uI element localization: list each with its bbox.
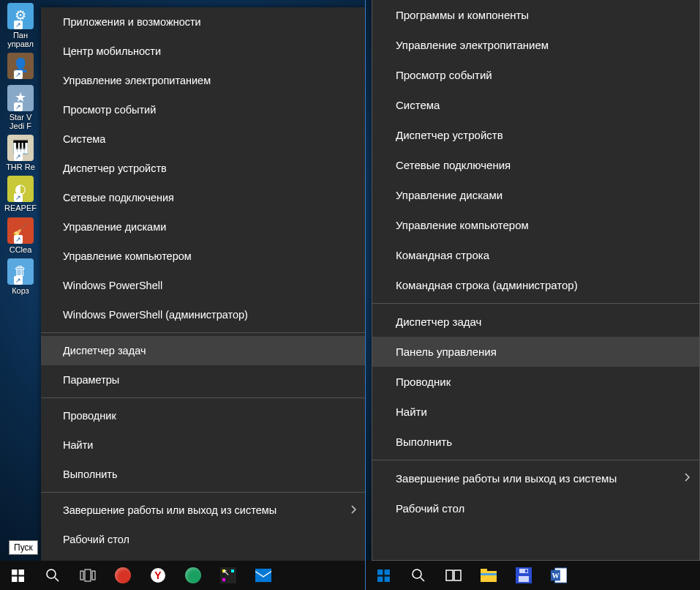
menu-item-run[interactable]: Выполнить xyxy=(41,460,366,489)
menu-item-taskmgr[interactable]: Диспетчер задач xyxy=(372,307,699,337)
search-icon xyxy=(45,567,61,583)
menu-item-taskmgr[interactable]: Диспетчер задач xyxy=(41,336,366,365)
menu-item-cmd[interactable]: Командная строка xyxy=(372,240,699,270)
menu-item-net-conn[interactable]: Сетевые подключения xyxy=(372,150,699,180)
taskbar-right: W xyxy=(366,561,700,590)
menu-item-mobility[interactable]: Центр мобильности xyxy=(41,37,366,66)
desktop-icon-glyph: 🎹 xyxy=(7,135,34,161)
menu-item-run[interactable]: Выполнить xyxy=(372,427,699,457)
opera-icon xyxy=(115,567,131,583)
desktop-icon[interactable]: ⚙Пануправл xyxy=(1,1,40,50)
svg-rect-12 xyxy=(377,570,383,575)
menu-item-comp-mgmt[interactable]: Управление компьютером xyxy=(41,242,366,271)
menu-item-label: Система xyxy=(396,99,440,111)
desktop-icon-glyph: ◐ xyxy=(7,176,34,202)
desktop-icons-column: ⚙Пануправл👤★Star VJedi F🎹THR Re◐REAPEF🧹C… xyxy=(0,0,41,296)
start-icon xyxy=(375,567,391,583)
taskbar-taskview-button[interactable] xyxy=(70,561,105,590)
menu-item-system[interactable]: Система xyxy=(372,90,699,120)
taskbar-app1-button[interactable]: ↖ xyxy=(211,561,246,590)
menu-item-label: Рабочий стол xyxy=(396,502,464,515)
menu-item-device-mgr[interactable]: Диспетчер устройств xyxy=(372,120,699,150)
menu-item-ctrlpanel[interactable]: Панель управления xyxy=(372,337,699,367)
svg-rect-14 xyxy=(377,576,383,581)
menu-item-powershell-admin[interactable]: Windows PowerShell (администратор) xyxy=(41,300,366,329)
svg-rect-11 xyxy=(255,569,271,582)
start-icon xyxy=(10,567,26,583)
start-tooltip: Пуск xyxy=(9,540,38,555)
menu-item-label: Выполнить xyxy=(63,468,117,480)
menu-item-net-conn[interactable]: Сетевые подключения xyxy=(41,183,366,212)
taskbar-start-button[interactable] xyxy=(0,561,35,590)
menu-item-desktop[interactable]: Рабочий стол xyxy=(372,493,699,523)
menu-separator xyxy=(41,492,366,493)
taskbar-taskview-button[interactable] xyxy=(436,561,471,590)
menu-item-device-mgr[interactable]: Диспетчер устройств xyxy=(41,154,366,183)
desktop-icon[interactable]: ◐REAPEF xyxy=(1,174,40,214)
menu-item-system[interactable]: Система xyxy=(41,124,366,154)
desktop-icon-label: CCleа xyxy=(1,245,40,254)
taskbar-browser2-button[interactable] xyxy=(176,561,211,590)
menu-item-event-viewer[interactable]: Просмотр событий xyxy=(372,60,699,90)
menu-item-label: Завершение работы или выход из системы xyxy=(396,472,617,485)
taskview-icon xyxy=(445,567,462,583)
desktop-icon[interactable]: 🧹CCleа xyxy=(1,216,40,255)
menu-item-label: Просмотр событий xyxy=(63,104,156,116)
menu-item-search[interactable]: Найти xyxy=(372,397,699,427)
menu-item-powershell[interactable]: Windows PowerShell xyxy=(41,271,366,300)
menu-item-explorer[interactable]: Проводник xyxy=(41,401,366,430)
taskbar-start-button[interactable] xyxy=(366,561,401,590)
menu-separator xyxy=(41,397,366,398)
svg-line-5 xyxy=(55,578,59,581)
menu-item-event-viewer[interactable]: Просмотр событий xyxy=(41,95,366,124)
taskbar-left: Y↖ xyxy=(0,561,365,590)
desktop-icon[interactable]: 🎹THR Re xyxy=(1,133,40,173)
menu-item-label: Просмотр событий xyxy=(396,69,492,81)
menu-item-cmd-admin[interactable]: Командная строка (администратор) xyxy=(372,270,699,300)
winx-menu-left: Приложения и возможностиЦентр мобильност… xyxy=(41,7,366,561)
menu-item-comp-mgmt[interactable]: Управление компьютером xyxy=(372,210,699,240)
desktop-icon-label: THR Re xyxy=(1,163,40,171)
save-icon xyxy=(516,567,532,583)
menu-item-search[interactable]: Найти xyxy=(41,430,366,460)
menu-item-power-opts[interactable]: Управление электропитанием xyxy=(41,66,366,95)
desktop-icon-glyph: 🗑 xyxy=(7,258,34,285)
taskbar-search-button[interactable] xyxy=(35,561,70,590)
svg-text:W: W xyxy=(552,572,559,580)
menu-item-programs[interactable]: Программы и компоненты xyxy=(372,0,699,30)
taskbar-search-button[interactable] xyxy=(401,561,436,590)
svg-rect-7 xyxy=(85,570,91,581)
desktop-icon[interactable]: 👤 xyxy=(1,51,40,82)
desktop-icon-glyph: 👤 xyxy=(7,53,34,79)
taskbar-yandex-button[interactable]: Y xyxy=(140,561,176,590)
menu-item-label: Windows PowerShell (администратор) xyxy=(63,309,248,321)
menu-item-desktop[interactable]: Рабочий стол xyxy=(41,525,366,554)
taskbar-explorer-button[interactable] xyxy=(471,561,506,590)
svg-point-4 xyxy=(47,570,56,578)
desktop-icon-label: REAPEF xyxy=(1,203,40,212)
desktop-icon-glyph: ⚙ xyxy=(7,3,34,29)
menu-item-shutdown[interactable]: Завершение работы или выход из системы xyxy=(41,496,366,525)
svg-rect-19 xyxy=(454,570,461,580)
desktop-icon-label: Star V xyxy=(1,113,40,122)
menu-separator xyxy=(41,332,366,333)
menu-item-label: Панель управления xyxy=(396,346,497,358)
menu-item-label: Управление компьютером xyxy=(63,250,192,262)
taskbar-save-button[interactable] xyxy=(506,561,541,590)
menu-item-disk-mgmt[interactable]: Управление дисками xyxy=(41,212,366,242)
desktop-icon[interactable]: ★Star VJedi F xyxy=(1,83,40,132)
menu-item-apps[interactable]: Приложения и возможности xyxy=(41,7,366,37)
menu-item-settings[interactable]: Параметры xyxy=(41,365,366,395)
browser2-icon xyxy=(185,567,201,583)
desktop-icon[interactable]: 🗑Корз xyxy=(1,257,40,296)
taskbar-word-button[interactable]: W xyxy=(541,561,576,590)
taskbar-mail-button[interactable] xyxy=(246,561,281,590)
taskbar-opera-button[interactable] xyxy=(105,561,140,590)
svg-rect-6 xyxy=(80,571,83,580)
menu-item-disk-mgmt[interactable]: Управление дисками xyxy=(372,180,699,210)
svg-rect-20 xyxy=(481,571,497,582)
menu-item-explorer[interactable]: Проводник xyxy=(372,367,699,397)
search-icon xyxy=(410,567,426,583)
menu-item-power-opts[interactable]: Управление электропитанием xyxy=(372,30,699,60)
menu-item-shutdown[interactable]: Завершение работы или выход из системы xyxy=(372,463,699,493)
